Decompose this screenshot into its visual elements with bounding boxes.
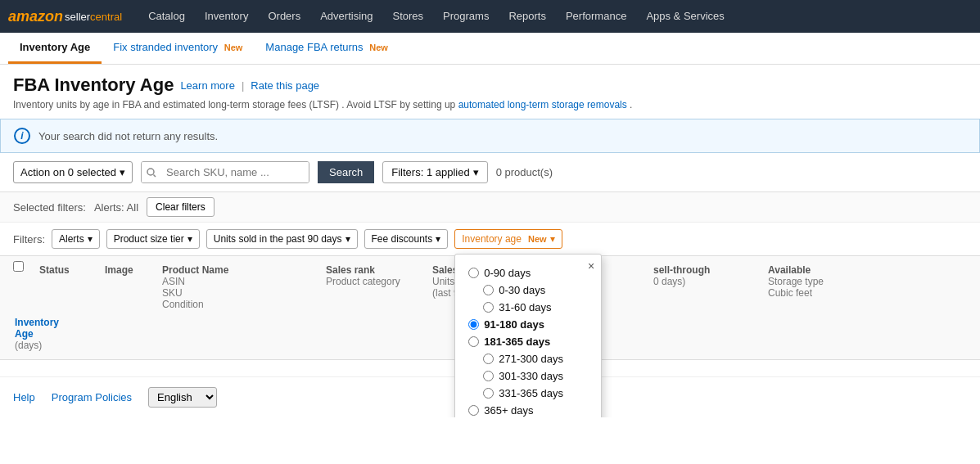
tabs-bar: Inventory Age Fix stranded inventory New…: [0, 33, 980, 65]
action-select[interactable]: Action on 0 selected ▾: [13, 161, 133, 183]
option-0-30-days[interactable]: 0-30 days: [468, 282, 588, 299]
units-sold-chevron-icon: ▾: [345, 233, 350, 245]
option-31-60-label: 31-60 days: [499, 301, 551, 313]
option-365plus-days[interactable]: 365+ days: [468, 402, 588, 417]
search-button[interactable]: Search: [318, 161, 374, 183]
info-icon: i: [14, 128, 30, 144]
tab-fix-stranded[interactable]: Fix stranded inventory New: [102, 33, 254, 64]
info-text: Your search did not return any results.: [38, 130, 218, 142]
program-policies-link[interactable]: Program Policies: [52, 391, 132, 403]
col-sales-rank: Sales rank Product category: [324, 261, 431, 313]
option-181-365-days[interactable]: 181-365 days: [468, 333, 588, 350]
page-desc-end: .: [630, 99, 632, 110]
tab-inventory-age[interactable]: Inventory Age: [8, 33, 102, 64]
search-wrapper: [141, 161, 309, 183]
option-365plus-label: 365+ days: [484, 404, 533, 417]
tab-inventory-age-label: Inventory Age: [20, 41, 90, 53]
filter-pill-alerts[interactable]: Alerts ▾: [52, 229, 100, 249]
col-sell-through: sell-through 0 days): [652, 261, 766, 313]
dropdown-close-button[interactable]: ×: [588, 259, 594, 273]
filters-row: Filters: Alerts ▾ Product size tier ▾ Un…: [0, 223, 980, 256]
filter-btn-label: Filters: 1 applied: [391, 166, 469, 178]
selected-filters-bar: Selected filters: Alerts: All Clear filt…: [0, 192, 980, 223]
title-separator: |: [242, 79, 244, 92]
inventory-age-dropdown: × 0-90 days 0-30 days 31-60 days 91-180 …: [454, 254, 602, 417]
tab-manage-returns[interactable]: Manage FBA returns New: [254, 33, 399, 64]
page-title: FBA Inventory Age: [13, 74, 174, 96]
fee-discounts-chevron-icon: ▾: [436, 233, 440, 245]
select-all-checkbox[interactable]: [13, 261, 24, 272]
option-271-300-label: 271-300 days: [499, 353, 563, 365]
svg-point-0: [147, 169, 154, 175]
col-checkbox[interactable]: [13, 261, 38, 313]
help-link[interactable]: Help: [13, 391, 35, 403]
col-inventory-age: Inventory Age (days): [13, 313, 38, 354]
filter-pill-size-tier[interactable]: Product size tier ▾: [106, 229, 200, 249]
rate-page-link[interactable]: Rate this page: [251, 79, 319, 92]
option-91-180-days[interactable]: 91-180 days: [468, 316, 588, 333]
option-181-365-label: 181-365 days: [484, 336, 550, 348]
logo-central-text: central: [90, 11, 122, 23]
option-301-330-label: 301-330 days: [499, 370, 563, 382]
option-0-90-label: 0-90 days: [484, 267, 531, 279]
option-271-300-days[interactable]: 271-300 days: [468, 350, 588, 367]
nav-programs[interactable]: Programs: [433, 0, 499, 33]
language-select[interactable]: English Español Français Deutsch: [148, 387, 217, 408]
page-description: Inventory units by age in FBA and estima…: [13, 99, 967, 110]
toolbar: Action on 0 selected ▾ Search Filters: 1…: [0, 153, 980, 192]
filters-row-label: Filters:: [13, 233, 45, 246]
clear-filters-button[interactable]: Clear filters: [147, 197, 215, 217]
nav-apps[interactable]: Apps & Services: [636, 0, 734, 33]
nav-links: Catalog Inventory Orders Advertising Sto…: [138, 0, 734, 33]
option-31-60-days[interactable]: 31-60 days: [468, 299, 588, 316]
alerts-chevron-icon: ▾: [88, 233, 93, 245]
tab-manage-returns-badge: New: [369, 43, 388, 52]
page-title-row: FBA Inventory Age Learn more | Rate this…: [13, 74, 967, 96]
logo: amazon seller central: [8, 8, 122, 25]
option-0-90-days[interactable]: 0-90 days: [468, 264, 588, 282]
nav-inventory[interactable]: Inventory: [195, 0, 258, 33]
option-331-365-label: 331-365 days: [499, 387, 563, 399]
filter-pill-inventory-age-wrapper: Inventory age New ▾ × 0-90 days 0-30 day…: [454, 229, 562, 249]
nav-catalog[interactable]: Catalog: [138, 0, 195, 33]
search-icon: [142, 162, 161, 182]
inventory-age-badge: New: [528, 234, 547, 244]
nav-advertising[interactable]: Advertising: [310, 0, 382, 33]
action-chevron-icon: ▾: [120, 166, 125, 178]
page-header: FBA Inventory Age Learn more | Rate this…: [0, 65, 980, 119]
option-331-365-days[interactable]: 331-365 days: [468, 385, 588, 402]
filter-pill-units-sold[interactable]: Units sold in the past 90 days ▾: [206, 229, 358, 249]
filter-pill-fee-discounts[interactable]: Fee discounts ▾: [364, 229, 449, 249]
tab-fix-stranded-label: Fix stranded inventory: [113, 41, 218, 53]
tab-fix-stranded-badge: New: [224, 43, 243, 52]
col-status: Status: [38, 261, 103, 313]
tab-manage-returns-label: Manage FBA returns: [265, 41, 363, 53]
size-tier-chevron-icon: ▾: [187, 233, 192, 245]
info-box: i Your search did not return any results…: [0, 119, 980, 153]
option-91-180-label: 91-180 days: [484, 318, 544, 331]
filter-tag-alerts: Alerts: All: [94, 201, 138, 214]
nav-reports[interactable]: Reports: [499, 0, 556, 33]
col-available: Available Storage type Cubic feet: [766, 261, 865, 313]
col-image: Image: [103, 261, 160, 313]
filter-pill-inventory-age[interactable]: Inventory age New ▾: [454, 229, 562, 249]
product-count: 0 product(s): [496, 166, 553, 178]
logo-seller-text: seller: [65, 11, 90, 23]
svg-line-1: [154, 174, 156, 177]
action-label: Action on 0 selected: [20, 166, 116, 178]
selected-filters-label: Selected filters:: [13, 201, 86, 214]
option-0-30-label: 0-30 days: [499, 284, 545, 296]
nav-performance[interactable]: Performance: [556, 0, 636, 33]
logo-amazon-text: amazon: [8, 8, 63, 25]
filter-button[interactable]: Filters: 1 applied ▾: [382, 161, 487, 183]
ltsf-link[interactable]: automated long-term storage removals: [458, 99, 627, 110]
inventory-age-chevron-icon: ▾: [550, 233, 555, 245]
nav-orders[interactable]: Orders: [258, 0, 310, 33]
col-product-name: Product Name ASIN SKU Condition: [160, 261, 324, 313]
search-input[interactable]: [161, 162, 309, 182]
learn-more-link[interactable]: Learn more: [180, 79, 234, 92]
nav-stores[interactable]: Stores: [382, 0, 433, 33]
option-301-330-days[interactable]: 301-330 days: [468, 367, 588, 385]
top-nav: amazon seller central Catalog Inventory …: [0, 0, 980, 33]
filter-chevron-icon: ▾: [473, 166, 479, 178]
